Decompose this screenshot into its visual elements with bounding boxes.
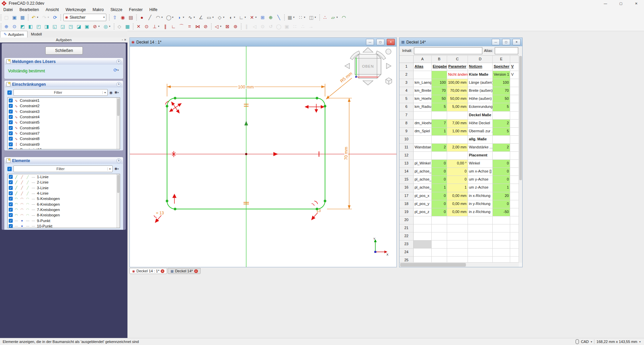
cell-B21[interactable] <box>432 224 447 232</box>
create-rectangle-button[interactable]: ▭▾ <box>205 13 216 21</box>
cell-B9[interactable]: 1 <box>432 128 447 136</box>
checkbox[interactable]: ✓ <box>9 186 13 190</box>
cell-F13[interactable] <box>510 160 519 168</box>
solver-refresh-button[interactable]: ⟳ ▾ <box>113 67 120 73</box>
row-header[interactable]: 7 <box>399 112 414 120</box>
cell-C19[interactable]: 0,00 mm <box>447 208 468 216</box>
row-header[interactable]: 2 <box>399 71 414 79</box>
schliessen-button[interactable]: Schließen <box>45 47 83 55</box>
scrollbar[interactable] <box>116 98 120 149</box>
constraints-filter-checkbox[interactable]: ✓ <box>7 90 12 95</box>
zoom-tools-button[interactable]: ◎▾ <box>102 22 112 30</box>
size-indicator[interactable]: 168,22 mm x 143,55 mm <box>596 340 637 344</box>
constrain-point-on-object-button[interactable]: ⊙ <box>143 22 151 30</box>
horizontal-scrollbar[interactable] <box>399 262 519 267</box>
constraint-item[interactable]: ✓|Constraint10 <box>8 147 120 149</box>
row-header[interactable]: 9 <box>399 128 414 136</box>
cell-E3[interactable]: 100 <box>493 79 510 87</box>
element-item[interactable]: ✓╱╱╱—4-Linie <box>8 191 120 196</box>
column-header-F[interactable] <box>510 56 519 63</box>
toggle-construction-button[interactable]: ╲ <box>275 13 283 21</box>
cell-C7[interactable] <box>447 112 468 120</box>
scrollbar[interactable] <box>116 174 120 228</box>
cell-F25[interactable] <box>510 257 519 263</box>
cell-F19[interactable] <box>510 208 519 216</box>
column-header-D[interactable]: D <box>468 56 493 63</box>
cell-A9[interactable]: dm_Spiel <box>414 128 432 136</box>
float-panel-icon[interactable]: ▫ <box>122 38 123 43</box>
cell-B15[interactable]: 0 <box>432 176 447 184</box>
cell-B22[interactable] <box>432 232 447 240</box>
cell-E20[interactable] <box>493 216 510 224</box>
constraints-section-header[interactable]: Einschränkungen ∧ <box>5 81 123 87</box>
checkbox[interactable]: ✓ <box>9 202 13 206</box>
cell-B24[interactable] <box>432 249 447 257</box>
cell-F7[interactable] <box>510 112 519 120</box>
sketch-canvas[interactable]: 100 mm 70 mm R5 mm = 13 13 <box>130 46 396 267</box>
cell-E19[interactable]: -50 <box>493 208 510 216</box>
cell-A22[interactable] <box>414 232 432 240</box>
element-item[interactable]: ✓╱╱╱—1-Linie <box>8 174 120 180</box>
cell-C22[interactable] <box>447 232 468 240</box>
constrain-parallel-button[interactable]: ∥ <box>161 22 169 30</box>
create-point-button[interactable]: ● <box>138 13 146 21</box>
constraint-item[interactable]: ✓∿Constraint3 <box>8 109 120 114</box>
create-circle-button[interactable]: ◯▾ <box>165 13 175 21</box>
sketch-window-titlebar[interactable]: ◉ Deckel 14 : 1* — ▢ ✕ <box>130 38 396 47</box>
measure-tool-button[interactable]: ◇ <box>115 22 123 30</box>
menu-werkzeuge[interactable]: Werkzeuge <box>62 7 89 13</box>
menu-datei[interactable]: Datei <box>0 7 16 13</box>
arc-overlay-tool-button[interactable]: ◠ <box>340 13 348 21</box>
constraint-item[interactable]: ✓∿Constraint7 <box>8 131 120 136</box>
trim-edge-button[interactable]: ✕▾ <box>248 13 259 21</box>
fit-selection-button[interactable]: ⊙ <box>10 22 18 30</box>
checkbox[interactable]: ✓ <box>9 131 13 135</box>
cell-E2[interactable]: Version 1 <box>493 71 510 79</box>
cell-A12[interactable] <box>414 152 432 160</box>
cell-B1[interactable]: Eingabe <box>432 63 447 71</box>
constraint-item[interactable]: ✓∿Constraint6 <box>8 125 120 130</box>
alias-input[interactable] <box>495 47 518 54</box>
close-tab-icon[interactable]: ✕ <box>161 269 164 273</box>
constraint-item[interactable]: ✓∿Constraint1 <box>8 98 120 103</box>
cell-D3[interactable]: Länge (außen) <box>468 79 493 87</box>
workbench-selector[interactable]: ◉Sketcher▾ <box>63 14 106 21</box>
cell-F24[interactable] <box>510 249 519 257</box>
nav-arrow-right[interactable] <box>386 63 391 69</box>
cell-C16[interactable]: 1 <box>447 184 468 192</box>
cell-E18[interactable]: 0 <box>493 200 510 208</box>
cell-B25[interactable] <box>432 257 447 263</box>
row-header[interactable]: 22 <box>399 232 414 240</box>
cell-A8[interactable]: dm_Hoehe <box>414 120 432 128</box>
create-conic-button[interactable]: ◗▾ <box>175 13 186 21</box>
cell-E12[interactable] <box>493 152 510 160</box>
cell-A15[interactable]: pl_achse_y <box>414 176 432 184</box>
cell-C2[interactable]: Nicht ändern! <box>447 71 468 79</box>
cell-D15[interactable]: um y-Achse <box>468 176 493 184</box>
cell-B4[interactable]: 70 <box>432 87 447 95</box>
cell-E15[interactable]: 0 <box>493 176 510 184</box>
cell-E5[interactable]: 50 <box>493 95 510 103</box>
collapse-icon[interactable]: ∧ <box>116 158 121 163</box>
left-constraint-label[interactable]: = 13 <box>156 211 164 215</box>
menu-ansicht[interactable]: Ansicht <box>42 7 62 13</box>
cell-C13[interactable]: 0,00 ° <box>447 160 468 168</box>
checkbox[interactable]: ✓ <box>9 175 13 179</box>
constrain-equal-button[interactable]: = <box>185 22 194 30</box>
cell-D18[interactable]: in y-Richtung <box>468 200 493 208</box>
cell-E17[interactable]: 20 <box>493 192 510 200</box>
cell-A7[interactable] <box>414 112 432 120</box>
cell-D19[interactable]: in z-Richtung <box>468 208 493 216</box>
view-isometric-button[interactable]: ◩ <box>18 22 26 30</box>
cell-D17[interactable]: in x-Richtung <box>468 192 493 200</box>
solver-section-header[interactable]: Meldungen des Lösers ∧ <box>5 58 123 65</box>
close-panel-icon[interactable]: ✕ <box>124 38 126 43</box>
cell-C25[interactable] <box>447 257 468 263</box>
cell-C17[interactable]: 0,00 mm <box>447 192 468 200</box>
checkbox[interactable]: ✓ <box>9 142 13 146</box>
elements-filter-combo[interactable]: Filter ▾ <box>13 165 113 172</box>
clipping-plane-button[interactable]: ▦ <box>123 22 131 30</box>
cell-F22[interactable] <box>510 232 519 240</box>
cell-D21[interactable] <box>468 224 493 232</box>
cell-E6[interactable]: 5 <box>493 103 510 111</box>
